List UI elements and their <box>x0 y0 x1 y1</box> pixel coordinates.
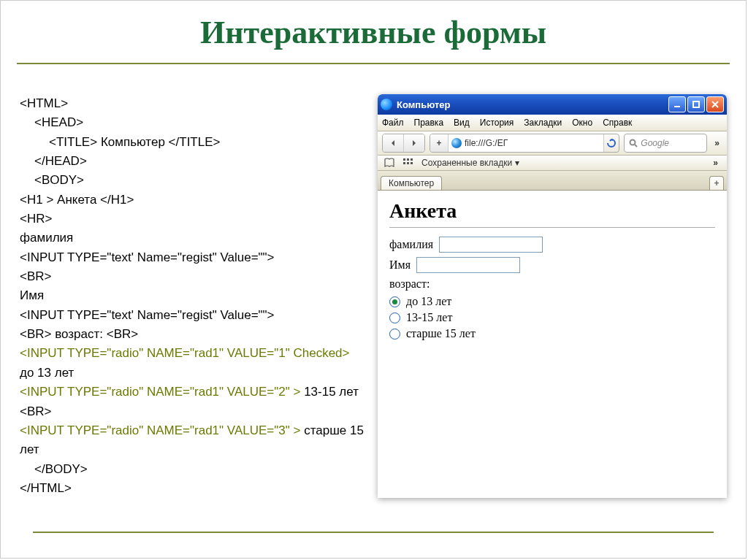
book-icon <box>383 158 395 168</box>
title-area: Интерактивные формы <box>1 1 746 94</box>
radio-icon <box>389 312 400 323</box>
code-line: <HTML> <box>20 96 68 110</box>
radio-opt1[interactable]: до 13 лет <box>389 295 715 308</box>
menu-edit[interactable]: Правка <box>414 118 444 128</box>
code-line: <INPUT TYPE="radio" NAME="rad1" VALUE="1… <box>20 346 350 360</box>
overflow-icon[interactable]: » <box>710 158 721 168</box>
code-line: <INPUT TYPE="text' Name="regist" Value="… <box>20 308 275 322</box>
age-label: возраст: <box>389 277 430 291</box>
svg-rect-7 <box>403 162 405 164</box>
saved-tabs-dropdown[interactable]: Сохраненные вкладки ▾ <box>421 158 519 168</box>
tab-bar: Компьютер + <box>378 171 727 191</box>
code-line: фамилия <box>20 231 73 245</box>
surname-label: фамилия <box>389 238 433 251</box>
code-line: 13-15 лет <box>300 385 359 399</box>
radio-label: старше 15 лет <box>406 327 476 340</box>
code-line: </BODY> <box>20 460 365 479</box>
code-line: <BR> <box>20 269 51 283</box>
window-controls <box>668 96 724 112</box>
navigation-toolbar: + file:///G:/ЕГ Google » <box>378 131 727 156</box>
code-line: <INPUT TYPE="radio" NAME="rad1" VALUE="3… <box>20 423 300 437</box>
svg-rect-1 <box>693 101 699 107</box>
add-button[interactable]: + <box>430 134 449 152</box>
page-heading: Анкета <box>389 199 715 223</box>
svg-line-3 <box>635 145 637 147</box>
content-area: <HTML> <HEAD> <TITLE> Компьютер </TITLE>… <box>1 94 746 498</box>
surname-row: фамилия <box>389 237 715 253</box>
code-line: <BR> <box>20 404 51 418</box>
browser-window: Компьютер Файл Правка Вид Исто <box>378 94 727 498</box>
radio-icon <box>389 296 400 307</box>
reload-button[interactable] <box>603 134 619 152</box>
svg-rect-8 <box>407 162 409 164</box>
tab-komputer[interactable]: Компьютер <box>381 176 442 190</box>
radio-icon <box>389 329 400 340</box>
code-line: <H1 > Анкета </H1> <box>20 193 134 207</box>
globe-icon <box>451 138 462 148</box>
svg-rect-6 <box>411 158 413 161</box>
svg-rect-5 <box>407 158 409 161</box>
search-icon <box>629 139 638 147</box>
overflow-icon[interactable]: » <box>711 138 722 148</box>
horizontal-rule <box>17 63 730 64</box>
age-row: возраст: <box>389 277 715 291</box>
svg-rect-9 <box>411 162 413 164</box>
window-titlebar[interactable]: Компьютер <box>378 94 727 115</box>
address-field[interactable]: file:///G:/ЕГ <box>449 134 603 152</box>
menu-bar: Файл Правка Вид История Закладки Окно Сп… <box>378 115 727 131</box>
code-line: </HTML> <box>20 481 72 495</box>
code-listing: <HTML> <HEAD> <TITLE> Компьютер </TITLE>… <box>20 94 365 498</box>
chevron-down-icon: ▾ <box>515 158 519 168</box>
code-line: Имя <box>20 288 44 302</box>
nav-buttons <box>382 134 425 153</box>
radio-label: 13-15 лет <box>406 311 452 324</box>
new-tab-button[interactable]: + <box>709 176 724 190</box>
search-box[interactable]: Google <box>624 134 707 153</box>
page-hr <box>389 227 715 228</box>
saved-tabs-label: Сохраненные вкладки <box>421 158 512 168</box>
svg-rect-4 <box>403 158 405 161</box>
svg-point-2 <box>630 140 636 145</box>
menu-help[interactable]: Справк <box>603 118 632 128</box>
menu-window[interactable]: Окно <box>572 118 592 128</box>
code-line: до 13 лет <box>20 366 74 380</box>
horizontal-rule-bottom <box>33 532 714 533</box>
maximize-button[interactable] <box>687 96 705 112</box>
menu-history[interactable]: История <box>480 118 514 128</box>
name-label: Имя <box>389 258 411 272</box>
search-placeholder: Google <box>641 138 669 148</box>
minimize-button[interactable] <box>668 96 686 112</box>
code-line: <TITLE> Компьютер </TITLE> <box>20 133 365 152</box>
radio-opt2[interactable]: 13-15 лет <box>389 311 715 324</box>
code-line: <INPUT TYPE="text' Name="regist" Value="… <box>20 250 275 264</box>
radio-opt3[interactable]: старше 15 лет <box>389 327 715 340</box>
window-title: Компьютер <box>397 99 664 110</box>
app-icon <box>381 99 392 110</box>
menu-file[interactable]: Файл <box>382 118 404 128</box>
address-text: file:///G:/ЕГ <box>465 138 508 148</box>
name-row: Имя <box>389 257 715 273</box>
svg-rect-0 <box>674 106 680 107</box>
back-button[interactable] <box>383 134 404 152</box>
rendered-page: Анкета фамилия Имя возраст: до 13 лет <box>378 191 727 356</box>
slide: Интерактивные формы <HTML> <HEAD> <TITLE… <box>0 0 747 559</box>
menu-view[interactable]: Вид <box>454 118 470 128</box>
code-line: <INPUT TYPE="radio" NAME="rad1" VALUE="2… <box>20 385 300 399</box>
address-bar: + file:///G:/ЕГ <box>430 134 619 153</box>
code-line: <HR> <box>20 212 52 226</box>
menu-bookmarks[interactable]: Закладки <box>524 118 562 128</box>
slide-title: Интерактивные формы <box>1 14 746 51</box>
close-button[interactable] <box>706 96 724 112</box>
code-line: <HEAD> <box>20 113 365 132</box>
grid-icon <box>402 158 414 168</box>
forward-button[interactable] <box>404 134 424 152</box>
surname-input[interactable] <box>439 237 543 253</box>
name-input[interactable] <box>416 257 520 273</box>
code-line: <BODY> <box>20 171 365 190</box>
bookmarks-toolbar: Сохраненные вкладки ▾ » <box>378 156 727 171</box>
code-line: </HEAD> <box>20 152 365 171</box>
radio-label: до 13 лет <box>406 295 451 308</box>
code-line: <BR> возраст: <BR> <box>20 327 138 341</box>
